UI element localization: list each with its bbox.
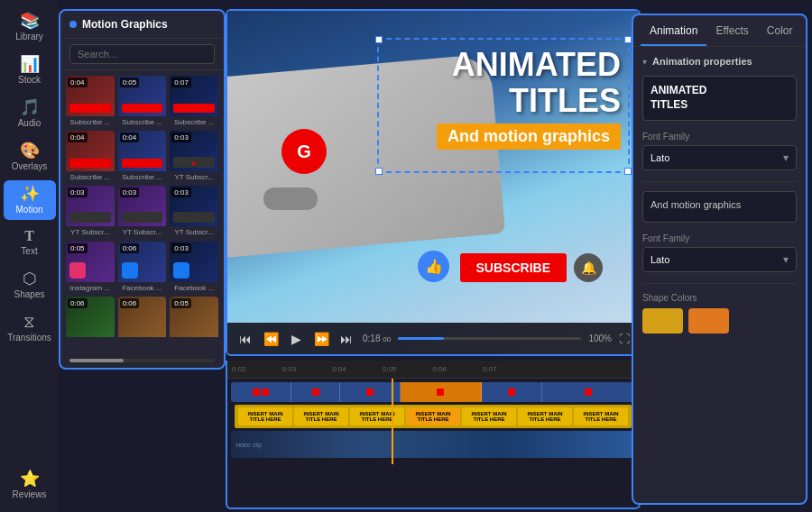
font-family-select-2[interactable]: Lato ▾ (642, 247, 797, 272)
title-frame-1: INSERT MAINTITLE HERE (238, 407, 292, 425)
overlays-icon: 🎨 (20, 142, 40, 159)
motion-thumb-5[interactable]: 0:04 Subscribe ... (118, 131, 167, 182)
motion-thumb-12[interactable]: 0:03 Facebook ... (170, 242, 218, 293)
tab-color[interactable]: Color (758, 15, 802, 46)
font-family-select-1[interactable]: Lato ▾ (642, 145, 797, 170)
fast-forward-button[interactable]: ⏩ (312, 332, 330, 346)
handle-tl[interactable] (375, 36, 383, 43)
progress-fill (398, 337, 444, 340)
skip-forward-button[interactable]: ⏭ (337, 332, 355, 346)
sidebar-item-label: Shapes (14, 289, 45, 299)
sidebar-item-stock[interactable]: 📊 Stock (4, 50, 56, 90)
ruler-mark-1: 0:02 (232, 365, 246, 373)
motion-thumb-14[interactable]: 0:06 (118, 297, 167, 348)
ruler-mark-6: 0:07 (483, 365, 497, 373)
motion-thumb-9[interactable]: 0:03 YT Subscr... (170, 186, 218, 237)
sidebar-item-label: Overlays (12, 161, 47, 171)
airplane-engine (263, 187, 318, 210)
title-frames-row: INSERT MAINTITLE HERE INSERT MAINTITLE H… (235, 405, 632, 428)
reviews-icon: ⭐ (20, 471, 40, 487)
library-icon: 📚 (20, 13, 40, 29)
tab-effects[interactable]: Effects (706, 15, 757, 46)
sidebar-item-reviews[interactable]: ⭐ Reviews (4, 465, 56, 505)
text-icon: T (24, 229, 34, 243)
motion-thumb-7[interactable]: 0:03 YT Subscr... (66, 186, 115, 237)
motion-thumb-1[interactable]: 0:04 Subscribe ... (66, 76, 115, 127)
shape-colors-row (642, 308, 797, 334)
font-family-label-1: Font Family (642, 132, 797, 142)
motion-thumb-8[interactable]: 0:03 YT Subscr... (118, 186, 167, 237)
tab-animation[interactable]: Animation (641, 15, 706, 46)
sidebar-item-transitions[interactable]: ⧖ Transitions (4, 308, 56, 348)
text-preview-box-1[interactable]: ANIMATED TITLES (642, 76, 797, 121)
progress-bar[interactable] (398, 337, 581, 340)
animated-titles-text: ANIMATED TITLES (437, 47, 621, 118)
scroll-track[interactable] (69, 359, 215, 362)
sidebar-item-overlays[interactable]: 🎨 Overlays (4, 137, 56, 177)
transitions-icon: ⧖ (23, 314, 35, 330)
motion-thumb-13[interactable]: 0:06 (66, 297, 115, 348)
main-video-area: G ANIMATED TITLES And motion graphics 👍 … (226, 9, 641, 356)
sidebar-item-motion[interactable]: ✨ Motion (4, 180, 56, 220)
sidebar-item-label: Library (15, 32, 43, 41)
handle-br[interactable] (624, 168, 632, 175)
shape-colors-label: Shape Colors (642, 293, 797, 303)
right-content: ▾ Animation properties ANIMATED TITLES F… (633, 47, 806, 503)
ruler-mark-4: 0:05 (383, 365, 397, 373)
audio-icon: 🎵 (20, 99, 40, 115)
subscribe-button[interactable]: SUBSCRIBE (460, 253, 567, 282)
motion-thumb-10[interactable]: 0:05 Instagram ... (66, 242, 115, 293)
sidebar-item-library[interactable]: 📚 Library (4, 7, 56, 47)
timeline-ruler: 0:02 0:03 0:04 0:05 0:06 0:07 (227, 361, 639, 379)
fullscreen-button[interactable]: ⛶ (619, 333, 630, 345)
chevron-down-icon: ▾ (783, 151, 789, 164)
motion-icon: ✨ (20, 186, 40, 202)
search-bar (60, 39, 224, 70)
timeline-track-area: INSERT MAINTITLE HERE INSERT MAINTITLE H… (227, 379, 639, 464)
sidebar-item-label: Stock (18, 75, 41, 85)
sidebar-item-label: Transitions (7, 333, 51, 343)
motion-grid: 0:04 Subscribe ... 0:05 Subscribe ... 0:… (60, 70, 224, 353)
motion-thumb-15[interactable]: 0:05 (170, 297, 218, 348)
font-family-label-2: Font Family (642, 233, 797, 243)
motion-thumb-11[interactable]: 0:06 Facebook ... (118, 242, 167, 293)
bell-button[interactable]: 🔔 (574, 253, 603, 282)
track-segment (231, 382, 291, 402)
title-frame-2: INSERT MAINTITLE HERE (294, 407, 348, 425)
timeline-track-2: video clip (231, 431, 635, 458)
playhead[interactable] (392, 379, 393, 464)
video-frame: G ANIMATED TITLES And motion graphics 👍 … (227, 11, 639, 354)
chevron-down-icon: ▾ (642, 57, 647, 67)
track-segment (542, 382, 635, 402)
sidebar-item-shapes[interactable]: ⬡ Shapes (4, 265, 56, 305)
sidebar-item-label: Audio (18, 118, 42, 128)
section-divider (642, 181, 797, 182)
chevron-down-icon: ▾ (783, 253, 789, 266)
track-segment (291, 382, 340, 402)
text-preview-box-2[interactable]: And motion graphics (642, 191, 797, 223)
sidebar-item-label: Text (21, 246, 37, 256)
section-divider-2 (642, 283, 797, 284)
sidebar-item-audio[interactable]: 🎵 Audio (4, 94, 56, 133)
title-frame-3: INSERT MAINTITLE HERE (350, 407, 404, 425)
motion-panel: Motion Graphics 0:04 Subscribe ... 0:05 … (59, 9, 226, 370)
motion-thumb-6[interactable]: 0:03▶ YT Subscr... (170, 131, 218, 182)
motion-thumb-3[interactable]: 0:07 Subscribe ... (170, 76, 218, 127)
search-input[interactable] (69, 44, 215, 64)
time-display: 0:18 00 (363, 334, 391, 343)
motion-thumb-2[interactable]: 0:05 Subscribe ... (118, 76, 167, 127)
like-button[interactable]: 👍 (418, 251, 449, 282)
sidebar-item-label: Motion (15, 205, 42, 215)
skip-back-button[interactable]: ⏮ (236, 332, 254, 346)
color-swatch-gold[interactable] (642, 308, 683, 334)
motion-thumb-4[interactable]: 0:04 Subscribe ... (66, 131, 115, 182)
sidebar-item-text[interactable]: T Text (4, 224, 56, 261)
track-segment (401, 382, 482, 402)
rewind-button[interactable]: ⏪ (262, 332, 280, 346)
shapes-icon: ⬡ (23, 270, 37, 287)
handle-bl[interactable] (375, 168, 383, 175)
handle-tr[interactable] (624, 36, 632, 43)
play-button[interactable]: ▶ (287, 332, 305, 346)
color-swatch-orange[interactable] (688, 308, 729, 334)
sidebar-item-label: Reviews (13, 489, 47, 499)
